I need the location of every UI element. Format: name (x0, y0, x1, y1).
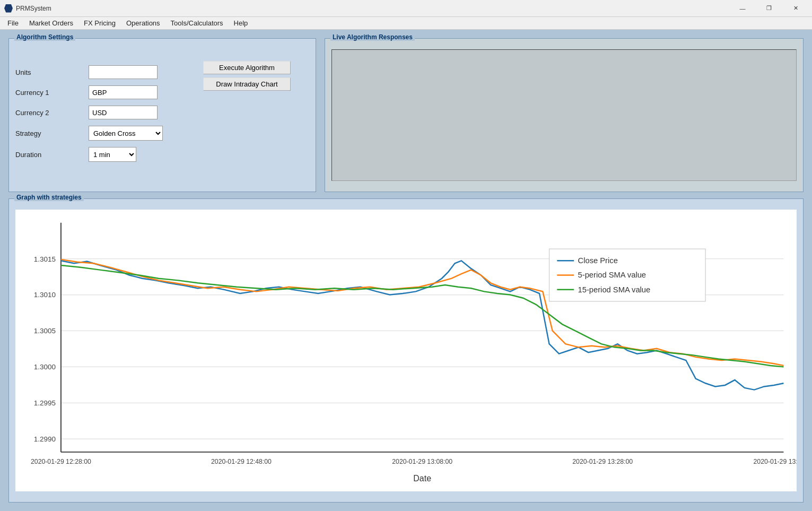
live-responses-panel: Live Algorithm Responses (325, 38, 804, 192)
units-input[interactable] (89, 65, 158, 79)
algo-form-grid: Units Currency 1 Currency 2 Strategy Gol… (15, 65, 195, 162)
svg-text:2020-01-29 13:28:00: 2020-01-29 13:28:00 (572, 458, 633, 465)
svg-text:2020-01-29 12:28:00: 2020-01-29 12:28:00 (31, 458, 91, 465)
currency2-input[interactable] (89, 106, 158, 119)
menu-market-orders[interactable]: Market Orders (24, 18, 78, 28)
app-icon (4, 4, 13, 13)
title-bar: PRMSystem — ❐ ✕ (0, 0, 812, 17)
algo-settings-title: Algorithm Settings (14, 33, 75, 41)
svg-text:1.3010: 1.3010 (34, 291, 56, 299)
graph-panel-title: Graph with strategies (14, 194, 84, 201)
restore-button[interactable]: ❐ (757, 0, 781, 17)
title-bar-controls: — ❐ ✕ (730, 0, 808, 17)
currency1-label: Currency 1 (15, 89, 84, 97)
graph-panel: Graph with strategies (8, 198, 804, 503)
svg-text:2020-01-29 13:48:00: 2020-01-29 13:48:00 (754, 458, 797, 465)
menu-operations[interactable]: Operations (121, 18, 165, 28)
duration-label: Duration (15, 151, 84, 159)
svg-text:5-period SMA value: 5-period SMA value (578, 271, 646, 279)
svg-text:2020-01-29 12:48:00: 2020-01-29 12:48:00 (211, 458, 272, 465)
units-label: Units (15, 68, 84, 76)
menu-help[interactable]: Help (229, 18, 254, 28)
execute-algorithm-button[interactable]: Execute Algorithm (203, 61, 291, 74)
buttons-area: Execute Algorithm Draw Intraday Chart (203, 61, 291, 91)
menu-tools[interactable]: Tools/Calculators (165, 18, 229, 28)
currency1-input[interactable] (89, 85, 158, 99)
svg-text:1.3005: 1.3005 (34, 327, 56, 335)
menu-file[interactable]: File (2, 18, 24, 28)
top-row: Algorithm Settings Units Currency 1 Curr… (8, 38, 804, 192)
menu-fx-pricing[interactable]: FX Pricing (78, 18, 121, 28)
minimize-button[interactable]: — (730, 0, 755, 17)
svg-text:1.2990: 1.2990 (34, 435, 56, 443)
chart-svg: 1.2990 1.2995 1.3000 1.3005 1.3010 1.301… (15, 210, 797, 491)
svg-text:2020-01-29 13:08:00: 2020-01-29 13:08:00 (392, 458, 452, 465)
main-content: Algorithm Settings Units Currency 1 Curr… (0, 30, 812, 511)
menu-bar: File Market Orders FX Pricing Operations… (0, 17, 812, 30)
live-responses-title: Live Algorithm Responses (330, 33, 415, 41)
close-button[interactable]: ✕ (783, 0, 808, 17)
draw-chart-button[interactable]: Draw Intraday Chart (203, 77, 291, 91)
currency2-label: Currency 2 (15, 109, 84, 117)
svg-text:15-period SMA value: 15-period SMA value (578, 285, 651, 294)
svg-text:1.3015: 1.3015 (34, 255, 56, 263)
svg-text:Close Price: Close Price (578, 256, 618, 265)
algo-settings-panel: Algorithm Settings Units Currency 1 Curr… (8, 38, 316, 192)
svg-text:1.3000: 1.3000 (34, 363, 56, 371)
strategy-label: Strategy (15, 129, 84, 137)
responses-area (331, 49, 797, 181)
chart-area: 1.2990 1.2995 1.3000 1.3005 1.3010 1.301… (15, 210, 797, 491)
duration-select[interactable]: 1 min 5 min 15 min 30 min 1 hour (89, 147, 136, 162)
strategy-select[interactable]: Golden Cross Death Cross RSI MACD (89, 126, 163, 141)
svg-text:1.2995: 1.2995 (34, 399, 56, 407)
svg-text:Date: Date (413, 474, 431, 483)
app-title: PRMSystem (16, 5, 730, 12)
